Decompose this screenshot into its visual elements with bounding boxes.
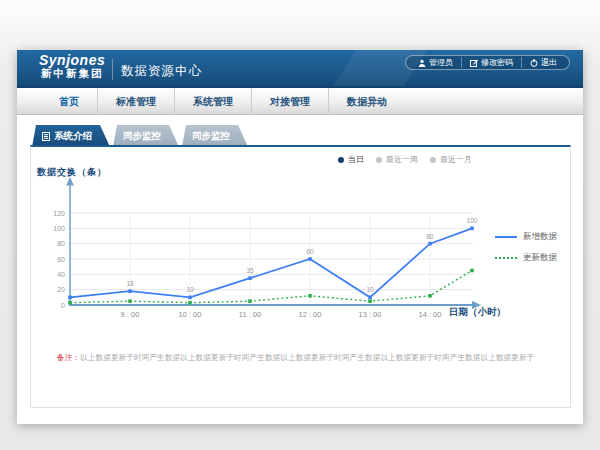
tab-label: 系统介绍 xyxy=(54,125,92,147)
change-password-button[interactable]: 修改密码 xyxy=(461,57,521,68)
nav-item-3[interactable]: 系统管理 xyxy=(174,88,251,115)
svg-text:9 : 00: 9 : 00 xyxy=(121,310,140,319)
app-header: Synjones 新中新集团 数据资源中心 管理员 修改密码 退出 xyxy=(17,50,583,88)
change-password-label: 修改密码 xyxy=(481,57,513,68)
chart-x-axis-title: 日期（小时） xyxy=(449,306,506,319)
legend-item-1[interactable]: 新增数据 xyxy=(495,231,557,243)
edit-icon xyxy=(470,59,478,67)
svg-text:60: 60 xyxy=(57,256,65,263)
svg-text:40: 40 xyxy=(57,271,65,278)
nav-item-1[interactable]: 首页 xyxy=(41,88,97,115)
svg-text:10 : 00: 10 : 00 xyxy=(179,310,202,319)
tab-bar: 系统介绍同步监控同步监控 xyxy=(32,125,251,147)
svg-text:100: 100 xyxy=(53,225,65,232)
svg-text:80: 80 xyxy=(426,233,434,240)
document-icon xyxy=(42,132,50,141)
svg-text:10: 10 xyxy=(366,286,374,293)
svg-text:13 : 00: 13 : 00 xyxy=(359,310,382,319)
tab-label: 同步监控 xyxy=(192,125,230,147)
app-window: Synjones 新中新集团 数据资源中心 管理员 修改密码 退出 首页标准管理… xyxy=(17,50,583,424)
svg-text:11 : 00: 11 : 00 xyxy=(239,310,261,319)
header-divider xyxy=(112,59,113,80)
nav-item-5[interactable]: 数据异动 xyxy=(328,88,405,115)
footnote: 备注：以上数据更新于时间产生数据以上数据更新于时间产生数据以上数据更新于时间产生… xyxy=(57,353,562,363)
brand-logo-cn: 新中新集团 xyxy=(39,68,105,79)
svg-text:14 : 00: 14 : 00 xyxy=(419,310,442,319)
footnote-text: 以上数据更新于时间产生数据以上数据更新于时间产生数据以上数据更新于时间产生数据以… xyxy=(80,353,534,362)
svg-text:100: 100 xyxy=(467,217,478,224)
app-title: 数据资源中心 xyxy=(121,63,202,80)
legend-label: 更新数据 xyxy=(523,252,557,264)
svg-text:80: 80 xyxy=(57,240,65,247)
tab-3[interactable]: 同步监控 xyxy=(182,125,248,147)
legend-label: 新增数据 xyxy=(523,231,557,243)
logout-button[interactable]: 退出 xyxy=(521,57,565,68)
footnote-prefix: 备注： xyxy=(57,353,80,362)
user-menu-label: 管理员 xyxy=(429,57,453,68)
brand-logo-en: Synjones xyxy=(39,53,105,68)
nav-item-4[interactable]: 对接管理 xyxy=(251,88,328,115)
chart-panel: 当日最近一周最近一月 数据交换（条） 0204060801001209 : 00… xyxy=(30,145,571,408)
svg-text:10: 10 xyxy=(186,286,194,293)
user-menu-button[interactable]: 管理员 xyxy=(410,57,461,68)
logout-icon xyxy=(530,59,538,67)
tab-label: 同步监控 xyxy=(123,125,161,147)
svg-text:20: 20 xyxy=(57,286,65,293)
svg-text:12 : 00: 12 : 00 xyxy=(299,310,322,319)
legend-item-2[interactable]: 更新数据 xyxy=(495,252,557,264)
user-toolbar: 管理员 修改密码 退出 xyxy=(405,55,570,70)
nav-item-2[interactable]: 标准管理 xyxy=(97,88,174,115)
brand-logo: Synjones 新中新集团 xyxy=(39,53,105,79)
main-nav: 首页标准管理系统管理对接管理数据异动 xyxy=(17,88,583,115)
legend-swatch-icon xyxy=(495,257,517,259)
chart-svg: 0204060801001209 : 0010 : 0011 : 0012 : … xyxy=(31,147,570,406)
svg-text:35: 35 xyxy=(246,267,254,274)
tab-1[interactable]: 系统介绍 xyxy=(32,125,110,147)
legend-swatch-icon xyxy=(495,236,517,238)
svg-text:18: 18 xyxy=(126,280,134,287)
svg-text:60: 60 xyxy=(306,248,314,255)
svg-text:120: 120 xyxy=(53,210,65,217)
chart-legend: 新增数据更新数据 xyxy=(495,231,557,264)
tab-2[interactable]: 同步监控 xyxy=(113,125,179,147)
svg-text:0: 0 xyxy=(61,302,65,309)
logout-label: 退出 xyxy=(541,57,557,68)
user-icon xyxy=(418,59,426,67)
